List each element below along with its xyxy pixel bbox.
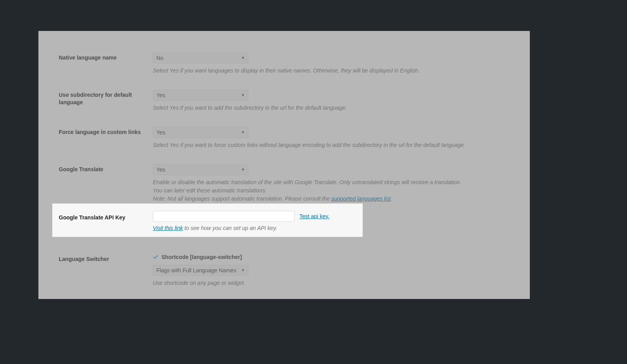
desc-api-key: Visit this link to see how you can set u…: [153, 225, 356, 231]
api-key-input[interactable]: [153, 211, 295, 222]
desc-google-translate: Enable or disable the automatic translat…: [153, 178, 509, 203]
caret-icon: ▼: [241, 130, 245, 134]
select-switcher-style[interactable]: Flags with Full Language Names ▼: [153, 265, 248, 276]
select-google-translate[interactable]: Yes ▼: [153, 164, 248, 175]
caret-icon: ▼: [241, 56, 245, 60]
row-language-switcher: Language Switcher Shortcode [language-sw…: [59, 254, 509, 287]
select-native-language-value: No: [156, 55, 163, 61]
desc-native-language: Select Yes if you want languages to disp…: [153, 67, 509, 75]
field-use-subdir: Yes ▼ Select Yes if you want to add the …: [153, 90, 509, 112]
caret-icon: ▼: [241, 93, 245, 97]
test-api-key-link[interactable]: Test api key.: [299, 213, 330, 219]
caret-icon: ▼: [241, 168, 245, 172]
shortcode-checkbox-row[interactable]: Shortcode [language-switcher]: [153, 254, 242, 260]
select-use-subdir-value: Yes: [156, 92, 165, 98]
caret-icon: ▼: [241, 268, 245, 272]
label-native-language: Native language name: [59, 53, 153, 62]
field-google-translate: Yes ▼ Enable or disable the automatic tr…: [153, 164, 509, 203]
row-api-key: Google Translate API Key Test api key. V…: [53, 204, 362, 237]
label-api-key: Google Translate API Key: [59, 211, 153, 221]
desc-api-key-rest: to see how you can set up an API key.: [183, 225, 277, 231]
settings-panel: Native language name No ▼ Select Yes if …: [38, 31, 530, 299]
field-language-switcher: Shortcode [language-switcher] Flags with…: [153, 254, 509, 287]
row-use-subdir: Use subdirectory for default language Ye…: [59, 90, 509, 112]
select-use-subdir[interactable]: Yes ▼: [153, 90, 248, 101]
shortcode-label: Shortcode [language-switcher]: [161, 254, 242, 260]
row-native-language: Native language name No ▼ Select Yes if …: [59, 53, 509, 75]
row-google-translate: Google Translate Yes ▼ Enable or disable…: [59, 164, 509, 203]
desc-switcher: Use shortcode on any page or widget.: [153, 279, 509, 287]
select-force-custom-value: Yes: [156, 129, 165, 136]
label-use-subdir: Use subdirectory for default language: [59, 90, 153, 106]
settings-content: Native language name No ▼ Select Yes if …: [38, 31, 530, 318]
supported-languages-link[interactable]: supported languages list: [331, 196, 391, 202]
gt-desc-line1: Enable or disable the automatic translat…: [153, 179, 461, 185]
check-icon: [153, 254, 158, 260]
select-google-translate-value: Yes: [156, 167, 165, 173]
gt-desc-line3-pre: Note: Not all languages support automati…: [153, 196, 331, 202]
label-language-switcher: Language Switcher: [59, 254, 153, 263]
field-force-custom: Yes ▼ Select Yes if you want to force cu…: [153, 127, 509, 149]
select-force-custom[interactable]: Yes ▼: [153, 127, 248, 138]
desc-force-custom: Select Yes if you want to force custom l…: [153, 141, 509, 149]
select-switcher-style-value: Flags with Full Language Names: [156, 267, 236, 273]
field-native-language: No ▼ Select Yes if you want languages to…: [153, 53, 509, 75]
label-force-custom: Force language in custom links: [59, 127, 153, 136]
select-native-language[interactable]: No ▼: [153, 53, 248, 63]
label-google-translate: Google Translate: [59, 164, 153, 173]
gt-desc-line3-post: .: [391, 196, 392, 202]
desc-use-subdir: Select Yes if you want to add the subdir…: [153, 104, 509, 112]
field-api-key: Test api key. Visit this link to see how…: [153, 211, 356, 231]
row-force-custom: Force language in custom links Yes ▼ Sel…: [59, 127, 509, 149]
gt-desc-line2: You can later edit these automatic trans…: [153, 187, 266, 194]
visit-this-link[interactable]: Visit this link: [153, 225, 183, 231]
